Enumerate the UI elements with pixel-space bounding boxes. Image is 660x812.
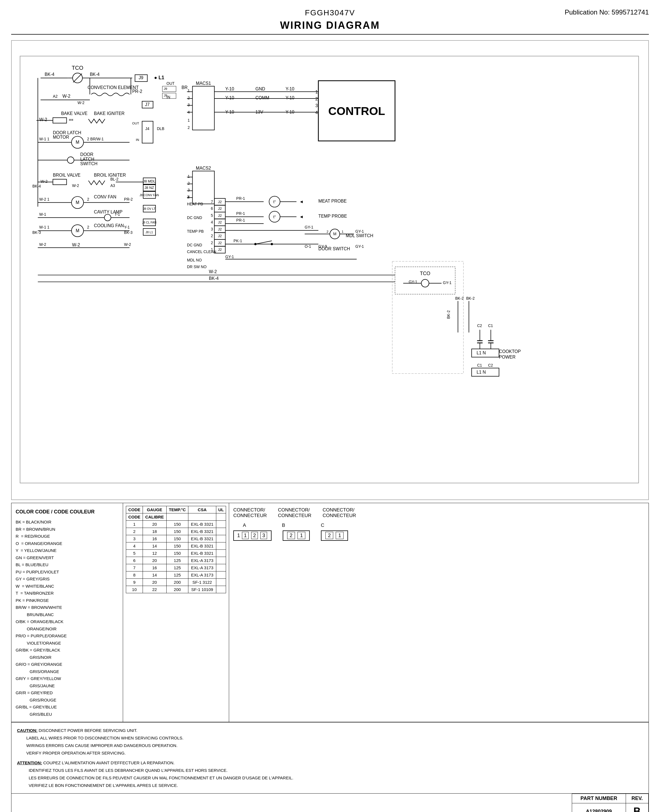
svg-text:MACS1: MACS1 [196,81,211,86]
color-obk: O/BK = ORANGE/BLACK [16,618,119,625]
svg-text:J2: J2 [218,234,222,238]
svg-text:PR-2: PR-2 [124,197,133,201]
svg-text:Y-10: Y-10 [225,87,234,91]
svg-text:TEMP PB: TEMP PB [187,229,204,233]
color-brw: BR/W = BROWN/WHITE [16,604,119,611]
bottom-section: COLOR CODE / CODE COULEUR BK = BLACK/NOI… [11,503,649,812]
svg-text:BROIL IGNITER: BROIL IGNITER [94,173,126,178]
svg-text:Y-10: Y-10 [225,95,234,100]
svg-text:W-2: W-2 [72,184,79,188]
svg-text:GY-9: GY-9 [319,244,327,249]
svg-text:C2: C2 [477,324,482,328]
svg-text:BROIL VALVE: BROIL VALVE [53,173,80,178]
color-br: BR = BROWN/BRUN [16,526,119,533]
color-code-items: BK = BLACK/NOIR BR = BROWN/BRUN R = RED/… [16,519,119,718]
svg-text:GY-1: GY-1 [305,225,313,229]
svg-text:MACS2: MACS2 [196,166,211,170]
connector-b-diagram: 2 1 [283,530,310,541]
color-gro: GR/O = GREY/ORANGE [16,661,119,668]
svg-text:IN: IN [136,138,139,141]
svg-point-224 [421,279,429,287]
svg-text:CONTROL: CONTROL [328,105,385,117]
svg-text:BK-4: BK-4 [44,72,54,77]
part-number-label: PART NUMBER [572,794,626,803]
svg-text:3: 3 [187,188,190,192]
svg-text:DC GND: DC GND [187,216,202,220]
svg-rect-30 [192,86,214,130]
color-grr2: GRIS/ROUGE [16,696,119,704]
svg-text:PR-1: PR-1 [236,218,245,222]
svg-text:W-2: W-2 [124,243,131,247]
rev-value: B [626,803,648,812]
svg-text:Y-1: Y-1 [124,225,130,229]
svg-text:W-2: W-2 [72,243,80,247]
svg-text:BL-2: BL-2 [110,177,118,181]
color-pk: PK = PINK/ROSE [16,597,119,604]
svg-text:GY-1: GY-1 [225,255,234,259]
svg-text:GY-1: GY-1 [443,281,452,285]
gauge-row-7: 716125EXL-A 3173 [126,564,226,571]
svg-text:1: 1 [187,89,190,93]
svg-text:1: 1 [187,174,190,179]
connector-b-pin2: 2 [287,532,295,539]
connector-a-pin1-box: 1 [242,532,249,539]
svg-text:TEMP PROBE: TEMP PROBE [319,214,347,219]
connector-a-pin3-box: 3 [260,532,267,539]
svg-text:J2: J2 [218,220,222,224]
svg-text:2: 2 [87,197,89,201]
connector-c-diagram: 2 1 [321,530,348,541]
svg-rect-86 [53,179,67,185]
svg-text:W-2: W-2 [209,269,217,274]
color-gy: GY = GREY/GRIS [16,576,119,583]
svg-text:● L1: ● L1 [154,75,164,80]
svg-text:BK-2: BK-2 [455,297,464,301]
diagram-area: TCO BK-4 BK-4 CONVECTION ELEMENT PR-2 W-… [11,40,649,500]
color-gry: GR/Y = GREY/YELLOW [16,675,119,682]
page: FGGH3047V WIRING DIAGRAM Publication No:… [0,0,660,812]
svg-text:W-2  1: W-2 1 [39,197,49,201]
svg-text:2: 2 [187,125,190,130]
connector-section: CONNECTOR/CONNECTEUR CONNECTOR/CONNECTEU… [229,503,649,722]
svg-text:J2: J2 [218,227,222,232]
svg-text:J8 NZ: J8 NZ [144,186,154,190]
svg-text:W-2: W-2 [40,179,48,184]
connector-a-pin2-box: 2 [251,532,258,539]
svg-text:J8 CL FAN: J8 CL FAN [142,221,157,224]
svg-text:BK-4: BK-4 [32,184,41,188]
gauge-row-1: 120150EXL-B 3321 [126,521,226,528]
svg-text:J9: J9 [164,94,167,97]
svg-text:t°: t° [273,200,276,204]
svg-text:2: 2 [327,230,328,233]
color-pro: PR/O = PURPLE/ORANGE [16,632,119,639]
gauge-row-5: 512150EXL-B 3321 [126,550,226,557]
color-pu: PU = PURPLE/VIOLET [16,568,119,576]
svg-text:W-1  1: W-1 1 [39,137,49,141]
svg-text:≡≡: ≡≡ [69,118,73,122]
svg-text:COOKTOP: COOKTOP [499,349,521,354]
svg-text:C1: C1 [488,324,493,328]
gauge-row-6: 620125EXL-A 3173 [126,557,226,564]
connector-abc-labels: A B C [233,523,644,528]
svg-text:Y-10: Y-10 [286,87,294,91]
svg-text:2: 2 [211,234,213,238]
svg-text:C2: C2 [488,363,493,368]
svg-text:PK-1: PK-1 [233,239,242,243]
svg-text:MOTOR: MOTOR [53,135,69,140]
gauge-header-gauge: GAUGE [143,506,166,514]
gauge-row-9: 920200SF-1 3122 [126,579,226,586]
svg-text:2  BR/W-1: 2 BR/W-1 [87,137,103,141]
svg-text:2: 2 [187,181,190,186]
svg-text:4: 4 [211,220,213,224]
svg-text:L1  N: L1 N [477,370,486,374]
svg-text:T-1: T-1 [114,213,120,217]
svg-rect-0 [20,56,638,483]
wiring-diagram-svg: TCO BK-4 BK-4 CONVECTION ELEMENT PR-2 W-… [17,46,643,493]
color-grbk: GR/BK = GREY/BLACK [16,647,119,654]
color-gry2: GRIS/JAUNE [16,682,119,690]
svg-text:BR: BR [181,85,187,90]
connector-b-pin1: 1 [297,532,305,539]
svg-text:LATCH: LATCH [80,157,94,162]
caution-section: CAUTION: DISCONNECT POWER BEFORE SERVICI… [11,722,649,793]
caution-label-en: CAUTION: [17,728,37,733]
svg-text:1: 1 [341,230,344,233]
